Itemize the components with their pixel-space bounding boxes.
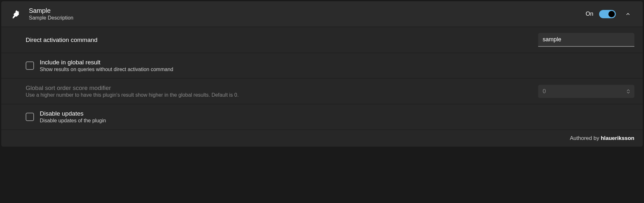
include-global-desc: Show results on queries without direct a… xyxy=(40,67,634,72)
disable-updates-label: Disable updates xyxy=(40,110,634,117)
collapse-button[interactable] xyxy=(622,8,634,20)
disable-updates-checkbox[interactable] xyxy=(26,113,34,121)
author-footer: Authored by hlaueriksson xyxy=(1,129,643,147)
activation-command-input[interactable] xyxy=(538,33,634,47)
sort-order-input[interactable]: 0 xyxy=(538,85,634,98)
sort-order-value: 0 xyxy=(543,88,546,95)
include-global-checkbox[interactable] xyxy=(26,61,34,70)
plugin-header[interactable]: Sample Sample Description On xyxy=(1,1,643,27)
plugin-title: Sample xyxy=(29,7,579,14)
author-name: hlaueriksson xyxy=(601,135,634,141)
enable-toggle[interactable] xyxy=(599,10,616,18)
disable-updates-desc: Disable updates of the plugin xyxy=(40,118,634,124)
include-global-label: Include in global result xyxy=(40,59,634,66)
toggle-state-label: On xyxy=(586,11,593,17)
plugin-icon xyxy=(10,9,22,19)
activation-command-label: Direct activation command xyxy=(26,37,532,44)
sort-order-label: Global sort order score modifier xyxy=(26,85,532,92)
plugin-settings-panel: Sample Sample Description On Direct acti… xyxy=(1,1,643,147)
include-global-row: Include in global result Show results on… xyxy=(1,53,643,78)
sort-order-row: Global sort order score modifier Use a h… xyxy=(1,78,643,104)
plugin-subtitle: Sample Description xyxy=(29,15,579,21)
disable-updates-row: Disable updates Disable updates of the p… xyxy=(1,104,643,129)
activation-command-row: Direct activation command xyxy=(1,27,643,53)
stepper-arrows-icon[interactable] xyxy=(627,89,630,93)
sort-order-desc: Use a higher number to have this plugin'… xyxy=(26,92,532,98)
author-prefix: Authored by xyxy=(570,135,601,141)
